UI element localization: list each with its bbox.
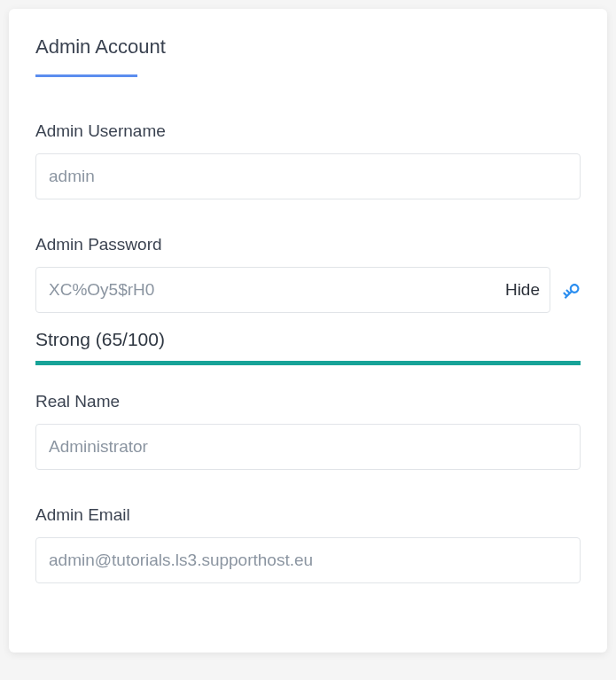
email-label: Admin Email [35, 505, 581, 525]
card-title: Admin Account [35, 35, 581, 59]
email-input[interactable] [35, 537, 581, 583]
password-strength-bar [35, 361, 581, 365]
password-strength-text: Strong (65/100) [35, 329, 581, 350]
password-toggle-button[interactable]: Hide [505, 280, 540, 300]
admin-account-card: Admin Account Admin Username Admin Passw… [9, 9, 607, 653]
password-input-wrap: Hide [35, 267, 550, 313]
password-input[interactable] [35, 267, 550, 313]
title-underline [35, 74, 137, 77]
realname-label: Real Name [35, 392, 581, 411]
password-label: Admin Password [35, 235, 581, 254]
key-icon[interactable] [558, 278, 581, 301]
username-label: Admin Username [35, 121, 581, 141]
realname-input[interactable] [35, 424, 581, 470]
username-input[interactable] [35, 153, 581, 199]
